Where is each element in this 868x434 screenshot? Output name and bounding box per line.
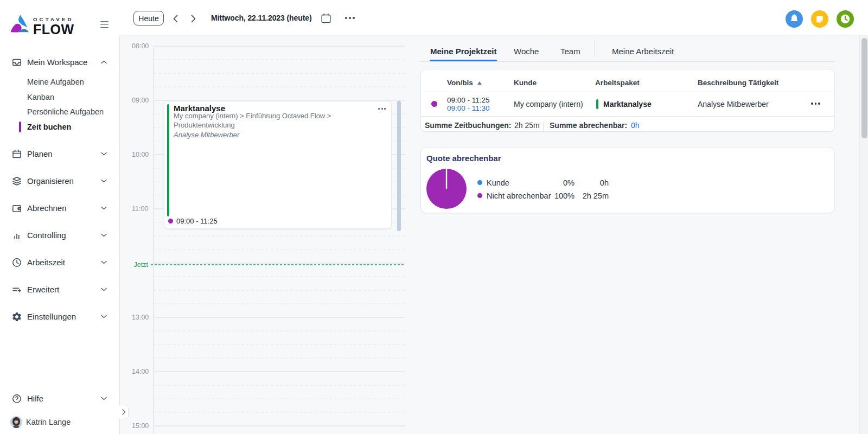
time-label: 08:00	[132, 42, 148, 50]
booking-time-link[interactable]: 09:00 - 11:30	[447, 104, 490, 112]
column-header-arbeitspaket[interactable]: Arbeitspaket	[595, 69, 640, 97]
more-options-icon[interactable]	[345, 17, 355, 19]
booking-customer: My company (intern)	[514, 100, 583, 108]
event-description: Analyse Mitbewerber	[174, 131, 239, 139]
active-tab-underline	[430, 60, 497, 61]
playlist-add-icon	[11, 284, 22, 295]
quote-card: Quote abrechenbar Kunde 0% 0h Nicht abre…	[420, 148, 835, 213]
layers-icon	[11, 176, 22, 187]
sidebar-item-label: Controlling	[27, 222, 66, 249]
sidebar-item-label: Einstellungen	[27, 303, 76, 330]
legend-hours-nicht-abrechenbar: 2h 25m	[576, 192, 609, 200]
column-header-kunde[interactable]: Kunde	[514, 69, 537, 97]
workpackage-accent-bar	[596, 99, 598, 109]
user-profile[interactable]: Katrin Lange	[0, 413, 119, 431]
sidebar-item-mein-workspace[interactable]: Mein Workspace	[0, 49, 119, 76]
sidebar-item-einstellungen[interactable]: Einstellungen	[0, 303, 119, 330]
sidebar-item-label: Hilfe	[27, 385, 43, 412]
quote-title: Quote abrechenbar	[426, 154, 501, 163]
page-scrollbar[interactable]	[859, 36, 868, 434]
chevron-down-icon	[101, 288, 107, 291]
avatar	[10, 416, 22, 428]
clock-icon	[11, 257, 22, 268]
clock-icon	[837, 10, 854, 28]
calendar-icon	[11, 149, 22, 159]
sidebar-item-zeit-buchen[interactable]: Zeit buchen	[0, 119, 119, 135]
logo-text-flow: FLOW	[33, 24, 74, 35]
booking-workpackage: Marktanalyse	[603, 100, 652, 108]
help-icon	[11, 393, 22, 404]
sidebar-item-controlling[interactable]: Controlling	[0, 222, 119, 249]
bar-chart-icon	[11, 230, 22, 241]
calendar-event[interactable]: Marktanalyse My company (intern) > Einfü…	[164, 101, 392, 229]
logo-mark	[10, 14, 30, 34]
time-tracking-button[interactable]	[837, 10, 854, 28]
sidebar-subitem-label: Kanban	[27, 90, 54, 105]
sidebar-item-arbeitszeit[interactable]: Arbeitszeit	[0, 249, 119, 276]
calendar-grid[interactable]	[120, 36, 407, 434]
tab-meine-arbeitszeit[interactable]: Meine Arbeitszeit	[612, 47, 674, 56]
sidebar-subitem-label: Persönliche Aufgaben	[27, 104, 104, 119]
time-label: 13:00	[132, 314, 148, 321]
sidebar-item-label: Planen	[27, 141, 53, 168]
sidebar-item-erweitert[interactable]: Erweitert	[0, 276, 119, 303]
time-label: 09:00	[132, 97, 148, 104]
event-dot	[168, 219, 173, 224]
sum-bookings-label: Summe Zeitbuchungen:	[425, 121, 511, 130]
sidebar-item-organisieren[interactable]: Organisieren	[0, 168, 119, 195]
chevron-down-icon	[101, 260, 107, 264]
chevron-down-icon	[101, 206, 107, 210]
booked-range-indicator	[397, 101, 401, 231]
time-label: 10:00	[132, 151, 148, 158]
inbox-icon	[11, 57, 22, 68]
sidebar-item-persoenliche-aufgaben[interactable]: Persönliche Aufgaben	[0, 104, 119, 119]
today-button[interactable]: Heute	[133, 11, 164, 25]
prev-day-button[interactable]	[170, 13, 181, 24]
tab-team[interactable]: Team	[560, 47, 580, 56]
gear-icon	[11, 311, 22, 322]
sidebar-item-meine-aufgaben[interactable]: Meine Aufgaben	[0, 74, 119, 90]
time-label: 15:00	[132, 422, 148, 430]
scrollbar-thumb[interactable]	[861, 38, 867, 138]
row-menu-icon[interactable]	[811, 103, 820, 105]
row-divider	[421, 116, 834, 117]
column-header-vonbis[interactable]: Von/bis	[447, 69, 482, 97]
sidebar-item-abrechnen[interactable]: Abrechnen	[0, 195, 119, 222]
sum-billable-label: Summe abrechenbar:	[550, 121, 627, 130]
bell-icon	[786, 10, 803, 28]
sidebar-subitem-label: Zeit buchen	[27, 119, 71, 135]
next-day-button[interactable]	[188, 13, 199, 24]
legend-dot-nicht-abrechenbar	[477, 193, 482, 198]
column-header-beschreibung[interactable]: Beschreibung Tätigkeit	[698, 69, 778, 97]
toolbar: Heute Mittwoch, 22.11.2023 (heute)	[119, 0, 868, 36]
sidebar-collapse-handle[interactable]	[119, 405, 129, 419]
datepicker-calendar-icon[interactable]	[321, 13, 331, 23]
sidebar-item-hilfe[interactable]: Hilfe	[0, 385, 119, 412]
header-divider	[421, 92, 834, 92]
sidebar-menu-icon[interactable]	[100, 21, 108, 28]
time-label: 11:00	[132, 205, 148, 213]
sum-billable-value: 0h	[631, 121, 640, 130]
chevron-down-icon	[101, 397, 107, 400]
tab-woche[interactable]: Woche	[514, 47, 539, 56]
sidebar-item-label: Erweitert	[27, 276, 59, 303]
notifications-button[interactable]	[786, 10, 803, 28]
legend-percent-kunde: 0%	[547, 178, 575, 187]
sidebar-item-kanban[interactable]: Kanban	[0, 90, 119, 105]
tabs-divider	[595, 40, 595, 58]
user-name: Katrin Lange	[26, 413, 71, 431]
booking-description: Analyse Mitbewerber	[698, 100, 769, 108]
sidebar-subitem-label: Meine Aufgaben	[27, 74, 84, 90]
sidebar-item-label: Arbeitszeit	[27, 249, 65, 276]
tab-meine-projektzeit[interactable]: Meine Projektzeit	[430, 47, 497, 56]
tabs-bottom-border	[419, 61, 835, 62]
sort-asc-icon	[477, 81, 482, 85]
app-logo: OCTAVED FLOW	[10, 14, 74, 35]
event-menu-icon[interactable]	[378, 108, 386, 110]
sidebar-item-planen[interactable]: Planen	[0, 141, 119, 168]
main-content: 08:00 09:00 10:00 11:00 13:00 14:00 15:0…	[119, 36, 868, 434]
sidebar: OCTAVED FLOW Mein Workspace Meine Aufgab…	[0, 0, 119, 434]
notes-button[interactable]	[811, 10, 828, 28]
legend-label-nicht-abrechenbar: Nicht abrechenbar	[487, 192, 551, 200]
sum-bookings-value: 2h 25m	[514, 121, 540, 130]
